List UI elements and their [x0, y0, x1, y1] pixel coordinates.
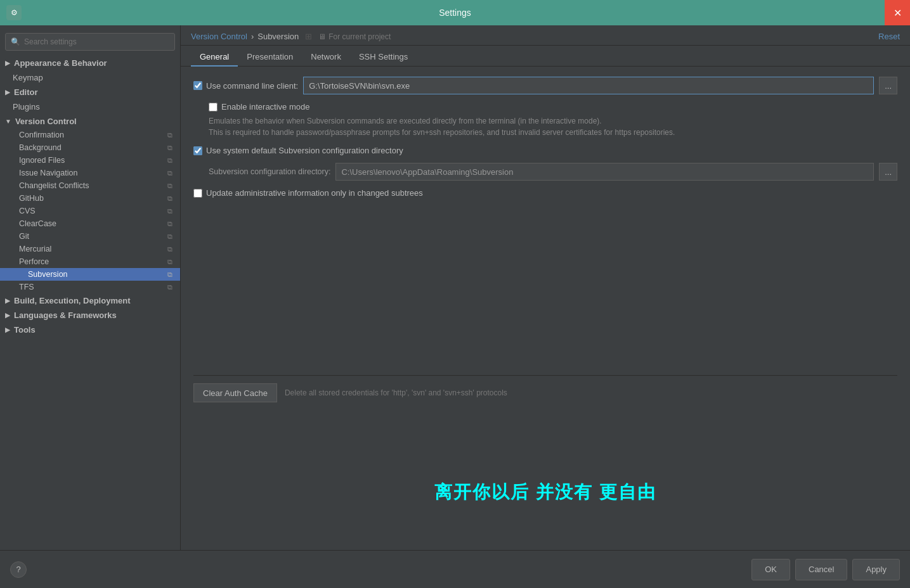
- enable-interactive-label[interactable]: Enable interactive mode: [209, 102, 897, 112]
- cancel-button[interactable]: Cancel: [795, 559, 847, 580]
- sidebar-item-label: Editor: [14, 87, 38, 97]
- reset-button[interactable]: Reset: [878, 32, 900, 41]
- sidebar-item-label: Keymap: [13, 73, 43, 82]
- sidebar-item-label: Confirmation: [19, 131, 64, 139]
- copy-icon: ⧉: [167, 233, 172, 241]
- search-icon: 🔍: [11, 37, 20, 46]
- search-input[interactable]: [24, 37, 169, 46]
- desc-line1: Emulates the behavior when Subversion co…: [209, 115, 897, 127]
- copy-icon: ⧉: [167, 245, 172, 253]
- sidebar-item-label: Languages & Frameworks: [14, 310, 117, 320]
- copy-icon: ⧉: [167, 144, 172, 152]
- sidebar-item-github[interactable]: GitHub ⧉: [0, 192, 180, 205]
- config-dir-browse-button[interactable]: ...: [879, 163, 897, 181]
- search-box[interactable]: 🔍: [5, 33, 175, 51]
- copy-icon: ⧉: [167, 157, 172, 165]
- sidebar-item-label: Ignored Files: [19, 156, 65, 165]
- sidebar-item-label: Plugins: [13, 102, 40, 112]
- content-wrapper: Version Control › Subversion ⊞ 🖥 For cur…: [181, 25, 910, 550]
- tab-presentation[interactable]: Presentation: [238, 48, 302, 67]
- tab-general[interactable]: General: [191, 48, 238, 67]
- sidebar: 🔍 ▶ Appearance & Behavior Keymap ▶ Edito…: [0, 25, 181, 550]
- close-button[interactable]: ✕: [885, 0, 910, 25]
- sidebar-item-ignored-files[interactable]: Ignored Files ⧉: [0, 154, 180, 167]
- sidebar-item-tools[interactable]: ▶ Tools: [0, 323, 180, 337]
- enable-interactive-checkbox[interactable]: [209, 103, 218, 112]
- copy-icon: ⧉: [167, 271, 172, 279]
- use-sys-default-label[interactable]: Use system default Subversion configurat…: [193, 146, 403, 155]
- sidebar-item-subversion[interactable]: Subversion ⧉: [0, 268, 180, 281]
- sidebar-item-issue-navigation[interactable]: Issue Navigation ⧉: [0, 167, 180, 179]
- sidebar-item-confirmation[interactable]: Confirmation ⧉: [0, 129, 180, 141]
- auth-cache-area: Clear Auth Cache Delete all stored crede…: [193, 375, 897, 402]
- sidebar-item-label: Background: [19, 143, 62, 152]
- sidebar-item-clearcase[interactable]: ClearCase ⧉: [0, 217, 180, 230]
- sidebar-item-label: Perforce: [19, 257, 49, 266]
- sidebar-item-languages[interactable]: ▶ Languages & Frameworks: [0, 308, 180, 323]
- sidebar-item-editor[interactable]: ▶ Editor: [0, 85, 180, 99]
- sidebar-item-label: Version Control: [15, 117, 77, 126]
- tab-ssh-settings[interactable]: SSH Settings: [350, 48, 417, 67]
- sidebar-item-cvs[interactable]: CVS ⧉: [0, 205, 180, 217]
- config-dir-label: Subversion configuration directory:: [209, 167, 330, 176]
- sidebar-item-background[interactable]: Background ⧉: [0, 141, 180, 154]
- ok-button[interactable]: OK: [751, 559, 790, 580]
- sidebar-item-label: ClearCase: [19, 219, 56, 228]
- sidebar-item-label: CVS: [19, 207, 36, 215]
- sidebar-item-build[interactable]: ▶ Build, Execution, Deployment: [0, 293, 180, 308]
- sidebar-item-changelist-conflicts[interactable]: Changelist Conflicts ⧉: [0, 179, 180, 192]
- arrow-icon: ▶: [5, 297, 10, 304]
- use-sys-default-row: Use system default Subversion configurat…: [193, 146, 897, 155]
- copy-icon: ⧉: [167, 258, 172, 266]
- copy-icon: ⧉: [167, 182, 172, 190]
- config-dir-input[interactable]: [335, 163, 874, 181]
- apply-button[interactable]: Apply: [852, 559, 900, 580]
- sidebar-item-keymap[interactable]: Keymap: [0, 70, 180, 85]
- sidebar-item-label: TFS: [19, 283, 34, 291]
- cmd-client-input[interactable]: [303, 77, 874, 94]
- breadcrumb-subversion: Subversion: [257, 32, 299, 41]
- title-bar: ⚙ Settings ✕: [0, 0, 910, 25]
- copy-icon: ⧉: [167, 283, 172, 291]
- sidebar-item-perforce[interactable]: Perforce ⧉: [0, 255, 180, 268]
- sidebar-item-label: GitHub: [19, 194, 44, 203]
- interactive-mode-block: Enable interactive mode: [209, 102, 897, 112]
- project-icon: 🖥: [318, 32, 326, 41]
- update-admin-row: Update administrative information only i…: [193, 188, 897, 198]
- sidebar-item-label: Changelist Conflicts: [19, 181, 89, 190]
- sidebar-item-label: Issue Navigation: [19, 169, 77, 177]
- window-title: Settings: [439, 8, 471, 18]
- tab-network[interactable]: Network: [302, 48, 350, 67]
- breadcrumb-separator: ›: [251, 32, 254, 41]
- use-cmd-client-label: Use command line client:: [206, 81, 298, 91]
- arrow-icon: ▼: [5, 118, 11, 125]
- breadcrumb-version-control[interactable]: Version Control: [191, 32, 247, 41]
- desc-line2: This is required to handle password/pass…: [209, 127, 897, 138]
- help-button[interactable]: ?: [10, 561, 27, 578]
- sidebar-item-appearance[interactable]: ▶ Appearance & Behavior: [0, 56, 180, 70]
- sidebar-item-label: Tools: [14, 325, 36, 335]
- enable-interactive-text: Enable interactive mode: [221, 102, 309, 112]
- use-sys-default-checkbox[interactable]: [193, 146, 202, 155]
- sidebar-item-version-control[interactable]: ▼ Version Control: [0, 114, 180, 129]
- use-cmd-client-checkbox-label[interactable]: Use command line client:: [193, 81, 298, 91]
- sidebar-item-label: Subversion: [28, 270, 68, 279]
- breadcrumb-project-label: 🖥 For current project: [318, 32, 391, 41]
- sidebar-item-plugins[interactable]: Plugins: [0, 99, 180, 114]
- sidebar-item-tfs[interactable]: TFS ⧉: [0, 281, 180, 293]
- use-sys-default-text: Use system default Subversion configurat…: [206, 146, 403, 155]
- sidebar-item-mercurial[interactable]: Mercurial ⧉: [0, 243, 180, 255]
- clear-auth-cache-button[interactable]: Clear Auth Cache: [193, 383, 277, 402]
- update-admin-label[interactable]: Update administrative information only i…: [193, 188, 423, 198]
- main-container: 🔍 ▶ Appearance & Behavior Keymap ▶ Edito…: [0, 25, 910, 550]
- sidebar-item-label: Build, Execution, Deployment: [14, 296, 130, 305]
- config-dir-row: Subversion configuration directory: ...: [193, 163, 897, 181]
- cmd-client-browse-button[interactable]: ...: [879, 77, 897, 94]
- use-cmd-client-checkbox[interactable]: [193, 81, 202, 90]
- breadcrumb: Version Control › Subversion ⊞ 🖥 For cur…: [181, 25, 910, 46]
- sidebar-item-git[interactable]: Git ⧉: [0, 230, 180, 243]
- update-admin-text: Update administrative information only i…: [206, 188, 423, 198]
- app-icon: ⚙: [6, 5, 22, 20]
- clear-auth-desc: Delete all stored credentials for 'http'…: [285, 388, 507, 397]
- update-admin-checkbox[interactable]: [193, 189, 202, 198]
